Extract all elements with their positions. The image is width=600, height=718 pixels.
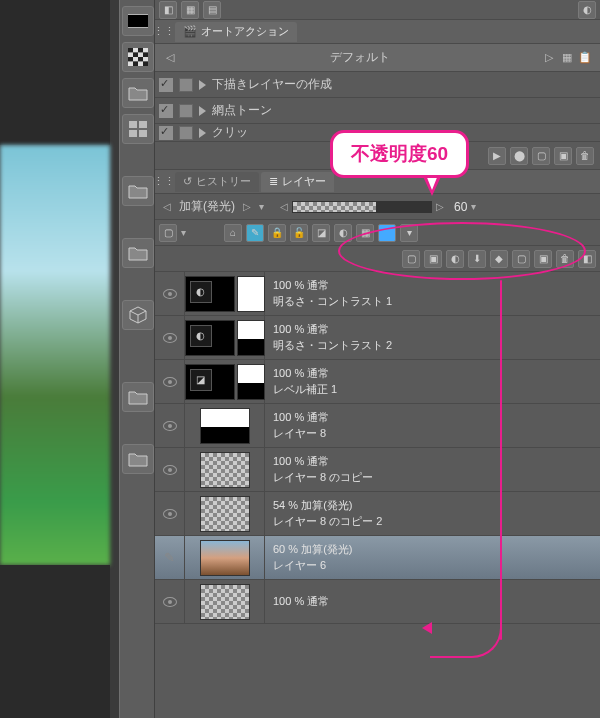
grip-icon[interactable]: ⋮⋮ xyxy=(155,23,173,41)
color-icon[interactable]: ▦ xyxy=(356,224,374,242)
layer-row[interactable]: 100 % 通常レイヤー 8 のコピー xyxy=(155,448,600,492)
svg-rect-14 xyxy=(128,62,133,67)
svg-rect-18 xyxy=(129,121,137,128)
blend-mode-dropdown[interactable]: 加算(発光) xyxy=(179,198,235,215)
layer-thumbnail xyxy=(200,408,250,444)
svg-rect-2 xyxy=(128,48,133,53)
visibility-toggle[interactable]: ✎ xyxy=(155,536,185,579)
layer-label: 100 % 通常明るさ・コントラスト 1 xyxy=(265,278,392,309)
transfer-icon[interactable]: ⬇ xyxy=(468,250,486,268)
adj-layer-icon[interactable]: ◐ xyxy=(446,250,464,268)
lock-icon-1[interactable]: ▢ xyxy=(159,224,177,242)
opacity-right-icon[interactable]: ▷ xyxy=(436,201,444,212)
layer-row[interactable]: ◪100 % 通常レベル補正 1 xyxy=(155,360,600,404)
chev-right-icon[interactable]: ▷ xyxy=(243,201,251,212)
layer-label: 100 % 通常 xyxy=(265,594,329,609)
tab-auto-action[interactable]: 🎬 オートアクション xyxy=(175,22,297,42)
new-icon[interactable]: ▢ xyxy=(532,147,550,165)
layer-row[interactable]: 54 % 加算(発光)レイヤー 8 のコピー 2 xyxy=(155,492,600,536)
mini-icon-1[interactable]: ◧ xyxy=(159,1,177,19)
layer-row[interactable]: ◐100 % 通常明るさ・コントラスト 2 xyxy=(155,316,600,360)
opacity-slider[interactable] xyxy=(292,201,432,213)
side-tool-checker[interactable] xyxy=(122,42,154,72)
expand-icon[interactable] xyxy=(199,128,206,138)
layer-row[interactable]: 100 % 通常レイヤー 8 xyxy=(155,404,600,448)
svg-rect-7 xyxy=(133,53,138,58)
visibility-toggle[interactable] xyxy=(155,580,185,623)
lock-transparent-icon[interactable]: 🔒 xyxy=(268,224,286,242)
dropdown-label[interactable]: デフォルト xyxy=(179,49,540,66)
new-folder-icon[interactable]: ▣ xyxy=(424,250,442,268)
chev-down-icon[interactable]: ▾ xyxy=(259,201,264,212)
tab-history[interactable]: ↺ ヒストリー xyxy=(175,172,259,192)
lock-icon[interactable]: 🔓 xyxy=(290,224,308,242)
layer-label: 100 % 通常レベル補正 1 xyxy=(265,366,337,397)
opacity-value[interactable]: 60 xyxy=(454,200,467,214)
tab-layers[interactable]: ≣ レイヤー xyxy=(261,172,334,192)
tab-label: ヒストリー xyxy=(196,174,251,189)
new2-icon[interactable]: ▣ xyxy=(554,147,572,165)
layer-ctrl-row-2: ▢ ▣ ◐ ⬇ ◆ ▢ ▣ 🗑 ◧ xyxy=(155,246,600,272)
side-tool-folder-4[interactable] xyxy=(122,382,154,412)
chev-down-icon[interactable]: ▾ xyxy=(471,201,476,212)
next-icon[interactable]: ▷ xyxy=(540,49,558,67)
ufo-icon[interactable]: ⌂ xyxy=(224,224,242,242)
visibility-toggle[interactable] xyxy=(155,272,185,315)
merge-icon[interactable]: ◆ xyxy=(490,250,508,268)
grip-icon[interactable]: ⋮⋮ xyxy=(155,173,173,191)
pencil-icon[interactable]: ✎ xyxy=(246,224,264,242)
chev-left-icon[interactable]: ◁ xyxy=(163,201,171,212)
layer-row[interactable]: 100 % 通常 xyxy=(155,580,600,624)
new-layer-icon[interactable]: ▢ xyxy=(402,250,420,268)
layer-label: 100 % 通常明るさ・コントラスト 2 xyxy=(265,322,392,353)
menu-icon[interactable]: ▦ xyxy=(558,49,576,67)
check-icon[interactable] xyxy=(159,78,173,92)
box-icon xyxy=(179,104,193,118)
clip-icon[interactable]: ◪ xyxy=(312,224,330,242)
box-icon xyxy=(179,78,193,92)
mini-icon-2[interactable]: ▦ xyxy=(181,1,199,19)
trash-icon[interactable]: 🗑 xyxy=(576,147,594,165)
side-tool-folder-5[interactable] xyxy=(122,444,154,474)
visibility-toggle[interactable] xyxy=(155,492,185,535)
mini-icon-3[interactable]: ▤ xyxy=(203,1,221,19)
mask2-icon[interactable]: ▣ xyxy=(534,250,552,268)
side-tool-folder-1[interactable] xyxy=(122,78,154,108)
action-item-1[interactable]: 下描きレイヤーの作成 xyxy=(155,72,600,98)
layers-icon: ≣ xyxy=(269,175,278,188)
check-icon[interactable] xyxy=(159,126,173,140)
trash-layer-icon[interactable]: 🗑 xyxy=(556,250,574,268)
side-tool-grid[interactable] xyxy=(122,114,154,144)
layer-ctrl-row-1: ▢ ▾ ⌂ ✎ 🔒 🔓 ◪ ◐ ▦ ▾ xyxy=(155,220,600,246)
mask-icon[interactable]: ▢ xyxy=(512,250,530,268)
expand-icon[interactable] xyxy=(199,80,206,90)
side-tool-cube[interactable] xyxy=(122,300,154,330)
side-tool-folder-3[interactable] xyxy=(122,238,154,268)
mini-icon-4[interactable]: ◐ xyxy=(578,1,596,19)
visibility-toggle[interactable] xyxy=(155,316,185,359)
visibility-toggle[interactable] xyxy=(155,448,185,491)
prev-icon[interactable]: ◁ xyxy=(161,49,179,67)
svg-rect-19 xyxy=(139,121,147,128)
side-tool-1[interactable] xyxy=(122,6,154,36)
clipboard-icon[interactable]: 📋 xyxy=(576,49,594,67)
ref-icon[interactable]: ◐ xyxy=(334,224,352,242)
action-item-2[interactable]: 網点トーン xyxy=(155,98,600,124)
visibility-toggle[interactable] xyxy=(155,360,185,403)
opacity-left-icon[interactable]: ◁ xyxy=(280,201,288,212)
layer-row[interactable]: ✎60 % 加算(発光)レイヤー 6 xyxy=(155,536,600,580)
layer-row[interactable]: ◐100 % 通常明るさ・コントラスト 1 xyxy=(155,272,600,316)
layers-list: ◐100 % 通常明るさ・コントラスト 1◐100 % 通常明るさ・コントラスト… xyxy=(155,272,600,660)
svg-rect-9 xyxy=(143,53,148,58)
svg-rect-15 xyxy=(133,62,138,67)
visibility-toggle[interactable] xyxy=(155,404,185,447)
record-icon[interactable]: ⬤ xyxy=(510,147,528,165)
check-icon[interactable] xyxy=(159,104,173,118)
side-tool-folder-2[interactable] xyxy=(122,176,154,206)
more-icon[interactable]: ▾ xyxy=(400,224,418,242)
color-swatch[interactable] xyxy=(378,224,396,242)
expand-icon[interactable] xyxy=(199,106,206,116)
svg-rect-6 xyxy=(128,53,133,58)
extra-icon[interactable]: ◧ xyxy=(578,250,596,268)
play-icon[interactable]: ▶ xyxy=(488,147,506,165)
